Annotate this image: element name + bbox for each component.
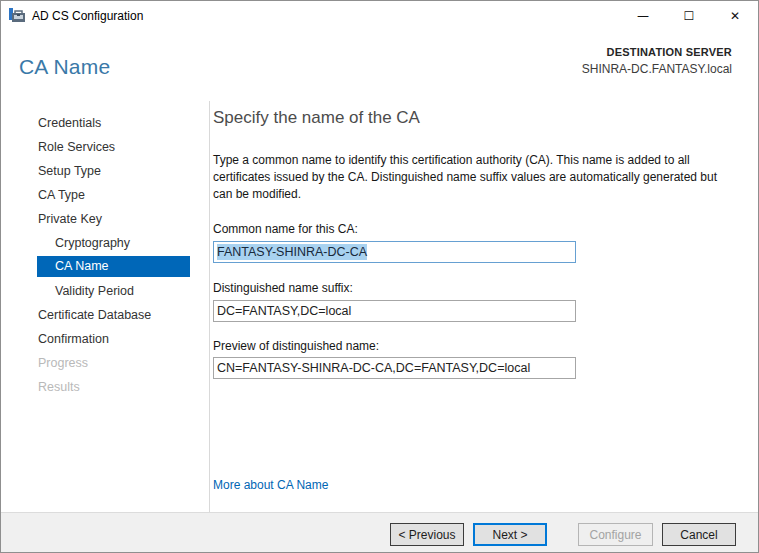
window-controls: — ☐ ✕ [620,1,758,31]
sidebar-item-setup-type[interactable]: Setup Type [1,159,209,183]
common-name-input[interactable]: FANTASY-SHINRA-DC-CA [213,241,576,263]
sidebar-item-ca-name[interactable]: CA Name [37,256,190,277]
sidebar-item-validity-period[interactable]: Validity Period [1,279,209,303]
sidebar-item-progress: Progress [1,351,209,375]
sidebar-item-cryptography[interactable]: Cryptography [1,231,209,255]
dn-suffix-input[interactable] [213,300,576,322]
footer-bar: < Previous Next > Configure Cancel [1,512,758,552]
close-button[interactable]: ✕ [712,1,758,31]
sidebar-item-private-key[interactable]: Private Key [1,207,209,231]
window-title: AD CS Configuration [32,1,143,31]
sidebar-item-confirmation[interactable]: Confirmation [1,327,209,351]
sidebar-item-certificate-database[interactable]: Certificate Database [1,303,209,327]
selected-input-text: FANTASY-SHINRA-DC-CA [217,244,367,260]
content-heading: Specify the name of the CA [213,108,420,128]
sidebar-divider [209,101,210,512]
sidebar-item-results: Results [1,375,209,399]
next-button[interactable]: Next > [473,523,547,546]
title-bar: AD CS Configuration — ☐ ✕ [1,1,758,31]
cancel-button[interactable]: Cancel [662,523,736,546]
sidebar-item-credentials[interactable]: Credentials [1,111,209,135]
common-name-label: Common name for this CA: [213,222,358,236]
page-title: CA Name [19,55,110,79]
dn-preview-input[interactable] [213,357,576,379]
configure-button: Configure [578,523,653,546]
sidebar-item-ca-type[interactable]: CA Type [1,183,209,207]
adcs-toolbox-icon [9,8,26,24]
maximize-button[interactable]: ☐ [666,1,712,31]
content-description: Type a common name to identify this cert… [213,152,737,203]
adcs-configuration-window: AD CS Configuration — ☐ ✕ CA Name DESTIN… [0,0,759,553]
destination-server-block: DESTINATION SERVER SHINRA-DC.FANTASY.loc… [582,46,732,76]
more-about-ca-name-link[interactable]: More about CA Name [213,478,328,492]
wizard-steps-sidebar: Credentials Role Services Setup Type CA … [1,111,209,399]
sidebar-item-role-services[interactable]: Role Services [1,135,209,159]
previous-button[interactable]: < Previous [390,523,464,546]
main-content: Specify the name of the CA Type a common… [213,101,738,512]
dn-suffix-label: Distinguished name suffix: [213,281,353,295]
destination-server-label: DESTINATION SERVER [582,46,732,58]
destination-server-value: SHINRA-DC.FANTASY.local [582,62,732,76]
minimize-button[interactable]: — [620,1,666,31]
dn-preview-label: Preview of distinguished name: [213,339,379,353]
